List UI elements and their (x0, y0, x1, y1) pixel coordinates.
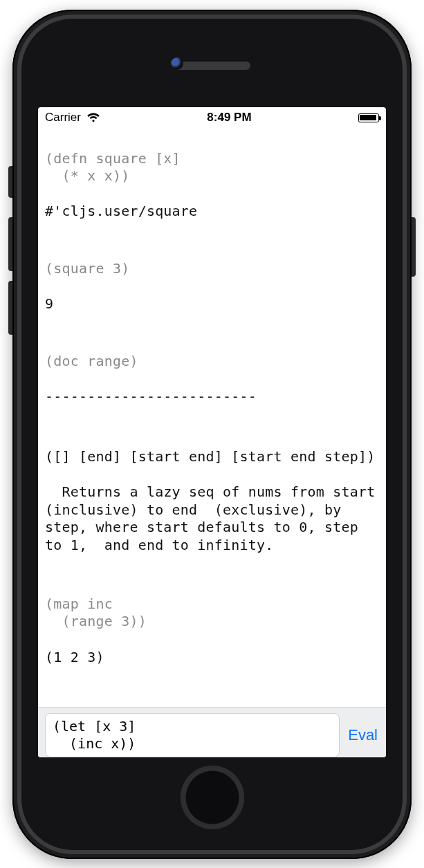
doc-body: Returns a lazy seq of nums from start (i… (45, 483, 379, 554)
front-camera (171, 57, 183, 70)
battery-icon (358, 113, 379, 122)
code-input-bar: (let [x 3] (inc x)) Eval (38, 707, 386, 757)
eval-button[interactable]: Eval (348, 726, 379, 744)
home-button[interactable] (181, 766, 244, 829)
volume-down-button (8, 281, 12, 335)
doc-signature: ([] [end] [start end] [start end step]) (45, 448, 379, 466)
repl-transcript[interactable]: (defn square [x] (* x x)) #'cljs.user/sq… (38, 128, 386, 707)
mute-switch (8, 166, 12, 198)
repl-output: #'cljs.user/square (45, 203, 379, 221)
doc-separator: ------------------------- (45, 388, 379, 406)
repl-input: (square 3) (45, 260, 379, 278)
carrier-label: Carrier (45, 111, 81, 124)
repl-output: 9 (45, 295, 379, 313)
wifi-icon (86, 113, 100, 123)
power-button (412, 217, 416, 277)
repl-input: (map inc (range 3)) (45, 595, 379, 631)
status-bar: Carrier 8:49 PM (38, 107, 386, 128)
device-frame: Carrier 8:49 PM (defn square [x] (* x x)… (12, 10, 412, 859)
volume-up-button (8, 217, 12, 271)
repl-output: (1 2 3) (45, 649, 379, 667)
screen: Carrier 8:49 PM (defn square [x] (* x x)… (38, 107, 386, 757)
speaker-grille (174, 62, 250, 70)
repl-input: (defn square [x] (* x x)) (45, 150, 379, 185)
clock-label: 8:49 PM (207, 111, 251, 124)
repl-input: (doc range) (45, 353, 379, 371)
code-input[interactable]: (let [x 3] (inc x)) (45, 713, 340, 757)
